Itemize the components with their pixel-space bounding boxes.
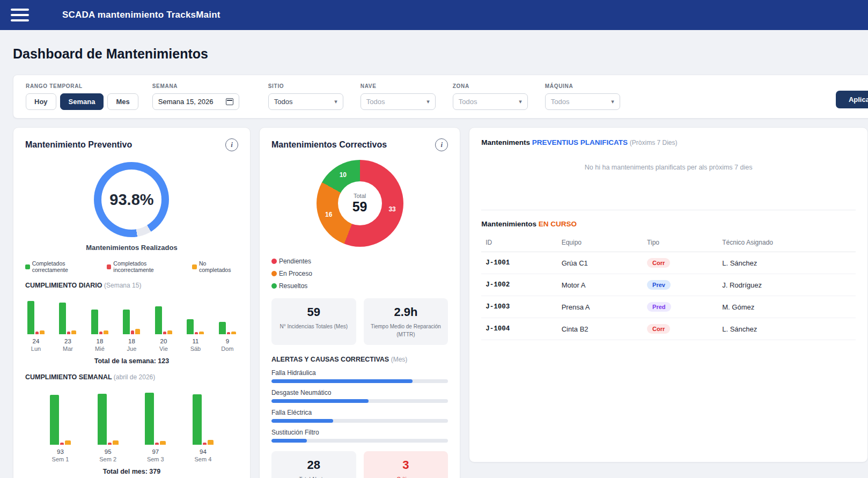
zona-select[interactable]: Todos ▾ (453, 93, 528, 110)
table-row[interactable]: J-1003Prensa APredM. Gómez (481, 296, 856, 318)
donut-center-label: Total (354, 193, 366, 199)
info-icon[interactable]: i (225, 138, 238, 151)
legend-item: No completados (192, 260, 238, 273)
bar-stack (27, 301, 45, 334)
bar-value-label: 18 (97, 338, 104, 344)
preventive-gauge-chart: 93.8% Mantenimientos Realizados (25, 162, 238, 252)
bar-not-completed (104, 330, 108, 335)
legend-label: Resueltos (279, 282, 307, 290)
table-column-header: Equipo (557, 233, 643, 252)
bar-not-completed (208, 440, 214, 445)
filter-maquina: MÁQUINA Todos ▾ (545, 83, 620, 110)
sitio-select[interactable]: Todos ▾ (268, 93, 343, 110)
bar-category-label: Sem 2 (99, 456, 116, 462)
rango-option-mes[interactable]: Mes (107, 93, 138, 110)
bar-not-completed (135, 329, 140, 334)
bar-incorrect (155, 443, 159, 445)
bar-value-label: 93 (57, 448, 64, 455)
bar-not-completed (199, 332, 204, 334)
app-title: SCADA mantenimiento TracksMaint (62, 10, 220, 20)
menu-hamburger-icon[interactable] (11, 9, 29, 21)
planned-title-accent: PREVENTIUS PLANIFICATS (532, 138, 628, 146)
chevron-down-icon: ▾ (611, 98, 614, 105)
sitio-label: SITIO (268, 83, 343, 89)
alert-cause-label: Falla Hidráulica (271, 369, 448, 377)
stat-incidencias-value: 59 (277, 305, 351, 319)
gauge-caption: Mantenimientos Realizados (86, 244, 177, 252)
chevron-down-icon: ▾ (426, 98, 430, 105)
donut-center: Total 59 (317, 160, 403, 247)
bar-group: 20Vie (155, 306, 172, 352)
filter-semana: SEMANA Semana 15, 2026 (152, 83, 239, 110)
bar-completed (193, 394, 202, 445)
semana-date-input[interactable]: Semana 15, 2026 (152, 93, 239, 110)
bar-group: 93Sem 1 (50, 395, 71, 462)
card-planned-and-in-progress: Manteniments PREVENTIUS PLANIFICATS (Prò… (469, 127, 868, 462)
filter-rango-temporal: RANGO TEMPORAL HoySemanaMes (26, 83, 138, 110)
bar-category-label: Lun (31, 345, 41, 352)
tipo-badge: Pred (647, 302, 671, 312)
maquina-select[interactable]: Todos ▾ (545, 93, 620, 110)
planned-empty-message: No hi ha manteniments planificats per al… (481, 164, 856, 171)
cell-equipo: Prensa A (557, 296, 643, 318)
info-icon[interactable]: i (435, 138, 448, 151)
table-column-header: ID (481, 233, 557, 252)
bar-stack (193, 394, 214, 445)
bar-stack (98, 394, 119, 445)
filter-bar: RANGO TEMPORAL HoySemanaMes SEMANA Seman… (13, 75, 868, 119)
stat-criticas: 3 Críticas (364, 451, 448, 478)
nave-value: Todos (366, 98, 385, 106)
bar-incorrect (131, 330, 134, 335)
bar-not-completed (65, 440, 71, 445)
rango-option-hoy[interactable]: Hoy (26, 93, 56, 110)
gauge-ring: 93.8% (94, 162, 169, 237)
weekly-compliance-heading: CUMPLIMIENTO SEMANAL (abril de 2026) (25, 373, 238, 381)
alert-causes-chart: Falla HidráulicaDesgaste NeumáticoFalla … (271, 369, 448, 443)
maquina-label: MÁQUINA (545, 83, 620, 89)
legend-label: En Proceso (279, 270, 312, 277)
alert-cause-label: Desgaste Neumático (271, 389, 448, 396)
cell-tecnico: J. Rodríguez (718, 274, 856, 296)
legend-item: Completados correctamente (25, 260, 100, 273)
zona-value: Todos (459, 98, 477, 106)
alert-cause-row: Falla Hidráulica (271, 369, 448, 383)
legend-dot (271, 259, 277, 264)
progress-fill (271, 419, 333, 423)
table-row[interactable]: J-1001Grúa C1CorrL. Sánchez (481, 252, 856, 274)
card-mantenimientos-correctivos: Mantenimientos Correctivos i Total 59 33… (259, 127, 460, 478)
bar-stack (91, 310, 108, 335)
nave-select[interactable]: Todos ▾ (361, 93, 436, 110)
stat-total-alertas-label: Total Alertas (277, 475, 351, 478)
bar-group: 94Sem 4 (193, 394, 214, 462)
table-row[interactable]: J-1004Cinta B2CorrL. Sánchez (481, 318, 856, 340)
daily-compliance-subtitle: (Semana 15) (104, 282, 141, 289)
progress-track (271, 439, 448, 443)
stat-mttr-value: 2.9h (369, 305, 443, 319)
legend-item: Pendientes (271, 258, 448, 265)
card-preventivo-title: Mantenimiento Preventivo (25, 140, 132, 150)
bar-value-label: 95 (105, 448, 112, 455)
stat-total-alertas-value: 28 (277, 458, 351, 472)
alert-causes-heading: ALERTAS Y CAUSAS CORRECTIVAS (Mes) (271, 356, 448, 363)
apply-filters-button[interactable]: Aplicar (836, 91, 868, 108)
zona-label: ZONA (453, 83, 528, 89)
weekly-compliance-subtitle: (abril de 2026) (114, 373, 155, 381)
rango-option-semana[interactable]: Semana (60, 93, 104, 110)
sitio-value: Todos (274, 98, 293, 106)
bar-completed (187, 319, 194, 335)
tipo-badge: Prev (647, 280, 671, 290)
bar-not-completed (160, 441, 166, 445)
cell-tipo: Corr (643, 318, 718, 340)
alert-cause-label: Sustitución Filtro (271, 429, 448, 436)
legend-item: En Proceso (271, 270, 448, 277)
chevron-down-icon: ▾ (519, 98, 522, 105)
cell-equipo: Grúa C1 (557, 252, 643, 274)
table-row[interactable]: J-1002Motor APrevJ. Rodríguez (481, 274, 856, 296)
bar-completed (50, 395, 59, 445)
corrective-status-donut: Total 59 331610 (317, 160, 403, 247)
page-title: Dashboard de Mantenimientos (13, 46, 868, 62)
bar-incorrect (195, 332, 198, 334)
progress-track (271, 399, 448, 403)
bar-incorrect (227, 332, 230, 334)
daily-compliance-heading: CUMPLIMIENTO DIARIO (Semana 15) (25, 282, 238, 289)
